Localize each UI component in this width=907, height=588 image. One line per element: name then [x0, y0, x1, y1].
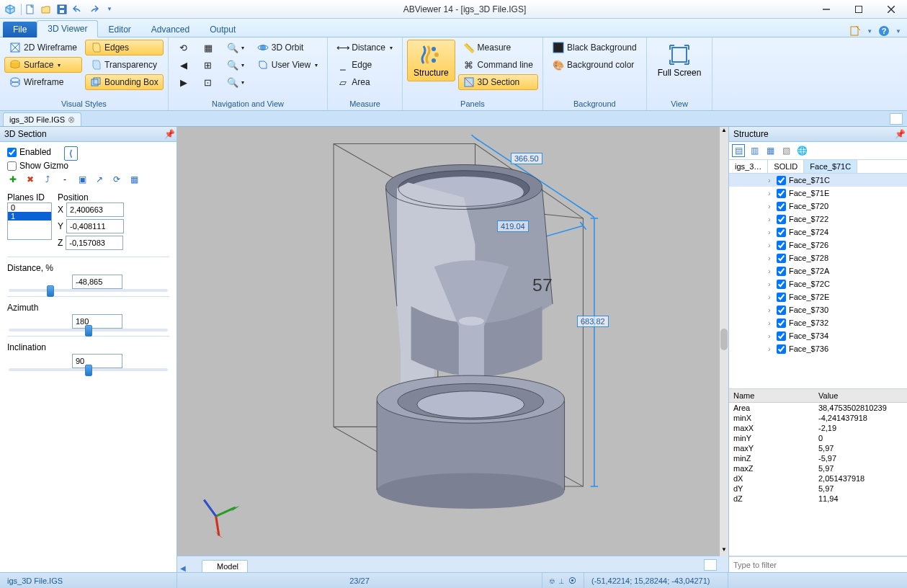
maximize-button[interactable] — [842, 0, 875, 19]
check-show-gizmo[interactable]: Show Gizmo — [7, 161, 169, 171]
tree-row[interactable]: ›Face_$734 — [729, 329, 907, 342]
tree-row[interactable]: ›Face_$730 — [729, 303, 907, 316]
btn-nav6[interactable]: ⊡ — [197, 74, 219, 90]
btn-surface[interactable]: Surface▾ — [4, 57, 82, 73]
tab-output[interactable]: Output — [200, 22, 246, 37]
viewport-scrollbar[interactable]: ▲▼ — [720, 127, 728, 556]
btn-fullscreen[interactable]: Full Screen — [651, 40, 708, 81]
btn-2d-wireframe[interactable]: 2D Wireframe — [4, 40, 82, 55]
input-y[interactable] — [66, 219, 124, 233]
compose-icon[interactable] — [849, 25, 861, 37]
close-doc-icon[interactable]: ⊗ — [68, 115, 75, 125]
input-distance[interactable] — [72, 275, 122, 289]
planes-list[interactable]: 0 1 — [7, 202, 52, 240]
minimize-button[interactable] — [810, 0, 842, 19]
tool-t3[interactable]: ↗ — [94, 174, 105, 185]
input-azimuth[interactable] — [72, 314, 122, 329]
tab-editor[interactable]: Editor — [98, 22, 140, 37]
input-z[interactable] — [66, 236, 123, 250]
save-icon[interactable] — [55, 2, 69, 17]
input-inclination[interactable] — [72, 354, 122, 368]
cube-icon[interactable] — [3, 2, 17, 17]
btn-transparency[interactable]: Transparency — [85, 57, 164, 73]
tree-row[interactable]: ›Face_$728 — [729, 251, 907, 264]
btn-black-bg[interactable]: Black Background — [548, 40, 642, 55]
tree-row[interactable]: ›Face_$71C — [729, 174, 907, 187]
tool-t5[interactable]: ▦ — [128, 174, 140, 185]
tool-t4[interactable]: ⟳ — [111, 174, 122, 185]
tree-row[interactable]: ›Face_$724 — [729, 226, 907, 239]
tab-file[interactable]: File — [3, 22, 37, 37]
btn-bg-color[interactable]: 🎨Background color — [548, 57, 642, 73]
pin-icon[interactable]: 📌 — [162, 129, 172, 139]
expand-tabs[interactable] — [890, 113, 903, 125]
tree-row[interactable]: ›Face_$722 — [729, 213, 907, 226]
btn-nav4[interactable]: ▦ — [197, 40, 219, 55]
tab-advanced[interactable]: Advanced — [141, 22, 200, 37]
caret-icon[interactable]: ▼ — [895, 28, 901, 35]
bc-face[interactable]: Face_$71C — [804, 160, 857, 173]
input-x[interactable] — [66, 202, 124, 217]
struct-tool-5[interactable]: 🌐 — [795, 144, 808, 157]
btn-measure-panel[interactable]: 📏Measure — [458, 40, 538, 55]
btn-zoomin[interactable]: 🔍▾ — [222, 57, 249, 73]
tree-row[interactable]: ›Face_$720 — [729, 200, 907, 213]
tab-3d-viewer[interactable]: 3D Viewer — [37, 20, 98, 37]
tree-row[interactable]: ›Face_$72A — [729, 264, 907, 277]
tool-add[interactable]: ✚ — [7, 174, 19, 185]
tab-model[interactable]: Model — [202, 560, 248, 572]
check-enabled[interactable]: Enabled — [7, 147, 51, 157]
struct-tool-3[interactable]: ▦ — [764, 144, 777, 157]
3d-canvas[interactable]: 57 366.50 419.04 683.82 — [177, 127, 728, 556]
caret-icon[interactable]: ▼ — [867, 28, 872, 35]
bc-root[interactable]: igs_3… — [729, 160, 768, 173]
status-icon-3[interactable]: ⦿ — [568, 576, 576, 585]
btn-nav2[interactable]: ◀ — [173, 57, 195, 73]
btn-command-line[interactable]: ⌘Command line — [458, 57, 538, 73]
status-icon-2[interactable]: ⟂ — [559, 576, 564, 585]
btn-zoomout[interactable]: 🔍▾ — [222, 74, 249, 90]
btn-3d-orbit[interactable]: 3D Orbit — [252, 40, 323, 55]
undo-icon[interactable] — [71, 2, 85, 17]
tree-row[interactable]: ›Face_$71E — [729, 187, 907, 200]
btn-wireframe[interactable]: Wireframe — [4, 74, 82, 90]
tree-row[interactable]: ›Face_$72E — [729, 290, 907, 303]
struct-tool-4[interactable]: ▧ — [779, 144, 792, 157]
btn-area[interactable]: ▱Area — [332, 74, 398, 90]
slider-azimuth[interactable] — [9, 329, 168, 331]
help-icon[interactable]: ? — [878, 25, 890, 37]
close-button[interactable] — [875, 0, 907, 19]
btn-nav1[interactable]: ⟲ — [173, 40, 195, 55]
doc-tab[interactable]: igs_3D File.IGS⊗ — [3, 112, 81, 126]
bc-solid[interactable]: SOLID — [768, 160, 804, 173]
tool-t1[interactable]: ⤴ — [42, 174, 53, 185]
slider-distance[interactable] — [9, 289, 168, 292]
btn-nav5[interactable]: ⊞ — [197, 57, 219, 73]
btn-3d-section[interactable]: 3D Section — [458, 74, 538, 90]
tree-row[interactable]: ›Face_$732 — [729, 316, 907, 329]
locate-button[interactable]: ⟨ — [64, 146, 78, 161]
face-tree[interactable]: ›Face_$71C›Face_$71E›Face_$720›Face_$722… — [729, 174, 907, 389]
tree-row[interactable]: ›Face_$736 — [729, 342, 907, 355]
open-icon[interactable] — [39, 2, 53, 17]
tree-row[interactable]: ›Face_$726 — [729, 239, 907, 251]
slider-inclination[interactable] — [9, 368, 168, 371]
btn-bounding-box[interactable]: Bounding Box — [85, 74, 164, 90]
tool-t2[interactable]: ▣ — [76, 174, 88, 185]
btn-structure-big[interactable]: Structure — [407, 40, 455, 81]
filter-input[interactable] — [729, 556, 907, 572]
tab-expand[interactable] — [704, 559, 717, 571]
btn-edges[interactable]: Edges — [85, 40, 164, 55]
struct-tool-1[interactable]: ▤ — [732, 144, 745, 157]
btn-nav3[interactable]: ▶ — [173, 74, 195, 90]
tab-prev[interactable]: ◀ — [177, 564, 189, 572]
redo-icon[interactable] — [86, 2, 101, 17]
new-icon[interactable] — [23, 2, 37, 17]
tree-row[interactable]: ›Face_$72C — [729, 277, 907, 290]
status-icon-1[interactable]: ⎊ — [550, 576, 555, 585]
btn-edge[interactable]: ⎯Edge — [332, 57, 398, 73]
btn-user-view[interactable]: User View▾ — [252, 57, 323, 73]
btn-zoom[interactable]: 🔍▾ — [222, 40, 249, 55]
pin-icon[interactable]: 📌 — [893, 129, 903, 139]
tool-del[interactable]: ✖ — [24, 174, 36, 185]
